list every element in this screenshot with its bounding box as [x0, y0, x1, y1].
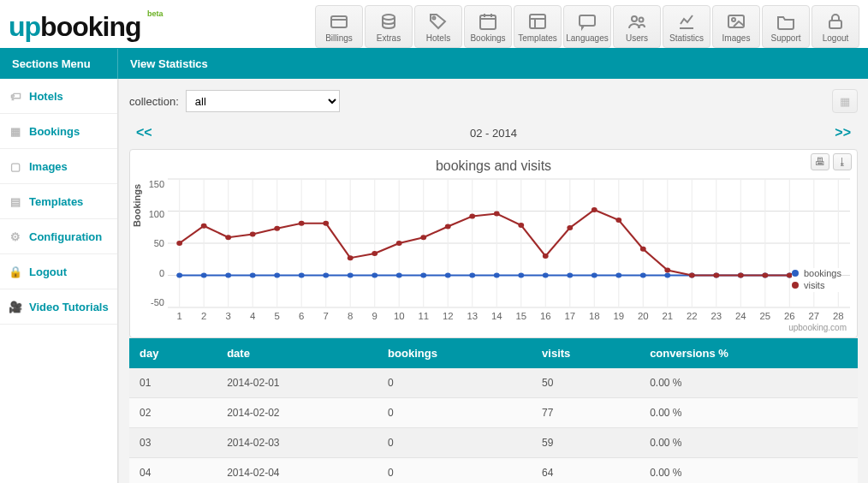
svg-point-128: [689, 273, 695, 278]
svg-point-118: [445, 224, 451, 230]
users-icon: [627, 11, 647, 32]
sidebar-item-bookings[interactable]: ▦Bookings: [0, 114, 117, 149]
table-row: 032014-02-030590.00 %: [129, 428, 858, 458]
sidebar: 🏷Hotels ▦Bookings ▢Images ▤Templates ⚙Co…: [0, 79, 118, 483]
collection-select[interactable]: all: [186, 90, 340, 112]
cell-day: 01: [129, 368, 217, 398]
logo-beta: beta: [147, 9, 163, 18]
svg-text:20: 20: [638, 312, 649, 321]
next-month-button[interactable]: >>: [835, 125, 851, 140]
lock-icon: [825, 11, 846, 32]
svg-text:4: 4: [250, 312, 255, 321]
cell-conv: 0.00 %: [639, 428, 858, 458]
cell-visits: 64: [532, 458, 639, 484]
cell-bookings: 0: [378, 368, 532, 398]
table-row: 042014-02-040640.00 %: [129, 458, 858, 484]
svg-point-90: [445, 273, 451, 278]
chart-panel: 🖶 ⭳ bookings and visits Bookings 1501005…: [129, 149, 858, 338]
toolbar-bookings[interactable]: Bookings: [464, 5, 512, 48]
svg-text:18: 18: [589, 312, 600, 321]
toolbar-images[interactable]: Images: [712, 5, 760, 48]
th-day: day: [129, 338, 217, 368]
svg-point-81: [225, 273, 231, 278]
period-label: 02 - 2014: [470, 127, 517, 140]
cell-day: 03: [129, 428, 217, 458]
toolbar: Billings Extras Hotels Bookings Template…: [315, 5, 859, 48]
svg-text:22: 22: [687, 312, 698, 321]
sidebar-item-images[interactable]: ▢Images: [0, 149, 117, 184]
svg-point-109: [225, 235, 231, 240]
cell-conv: 0.00 %: [639, 398, 858, 428]
credit-card-icon: [329, 11, 349, 32]
svg-text:23: 23: [710, 312, 722, 321]
chart-legend: bookings visits: [792, 268, 841, 292]
coins-icon: [378, 11, 399, 32]
svg-point-97: [615, 273, 621, 278]
svg-text:16: 16: [540, 312, 551, 321]
cell-bookings: 0: [378, 428, 532, 458]
sidebar-item-hotels[interactable]: 🏷Hotels: [0, 79, 117, 114]
sidebar-item-video[interactable]: 🎥Video Tutorials: [0, 289, 117, 325]
svg-rect-8: [530, 15, 545, 28]
toolbar-logout[interactable]: Logout: [812, 5, 859, 48]
tag-icon: [428, 11, 449, 32]
image-icon: ▢: [9, 159, 22, 173]
svg-point-116: [396, 241, 402, 246]
th-conv: conversions %: [639, 338, 858, 368]
svg-text:3: 3: [226, 312, 231, 321]
svg-point-117: [420, 235, 426, 240]
svg-point-96: [592, 273, 597, 278]
svg-point-124: [592, 207, 597, 212]
logo: upbooking beta: [9, 11, 158, 43]
cell-date: 2014-02-02: [217, 398, 378, 428]
svg-point-12: [632, 16, 637, 21]
svg-point-122: [543, 253, 549, 259]
sidebar-item-configuration[interactable]: ⚙Configuration: [0, 219, 117, 254]
grid-toggle-button[interactable]: ▦: [832, 89, 858, 113]
th-visits: visits: [532, 338, 639, 368]
sidebar-item-label: Bookings: [29, 125, 80, 138]
prev-month-button[interactable]: <<: [136, 125, 152, 140]
folder-icon: [776, 11, 796, 32]
sidebar-item-logout[interactable]: 🔒Logout: [0, 254, 117, 289]
svg-text:9: 9: [372, 312, 378, 321]
toolbar-languages[interactable]: Languages: [563, 5, 611, 48]
svg-point-80: [201, 273, 207, 278]
sidebar-item-templates[interactable]: ▤Templates: [0, 184, 117, 219]
svg-point-113: [323, 221, 329, 226]
svg-point-83: [274, 273, 280, 278]
toolbar-templates[interactable]: Templates: [514, 5, 562, 48]
svg-point-16: [732, 18, 735, 21]
toolbar-statistics[interactable]: Statistics: [663, 5, 710, 48]
chart-credit: upbooking.com: [137, 323, 850, 334]
svg-rect-15: [728, 15, 744, 27]
svg-text:21: 21: [662, 312, 673, 321]
cell-visits: 50: [532, 368, 639, 398]
svg-point-2: [383, 15, 395, 20]
svg-point-112: [299, 221, 305, 226]
toolbar-support[interactable]: Support: [762, 5, 810, 48]
collection-filter: collection: all ▦: [129, 89, 858, 113]
svg-rect-17: [829, 21, 841, 28]
svg-point-119: [469, 214, 475, 219]
table-row: 022014-02-020770.00 %: [129, 398, 858, 428]
print-chart-button[interactable]: 🖶: [811, 153, 829, 170]
collection-label: collection:: [129, 95, 179, 108]
svg-text:7: 7: [324, 312, 329, 321]
toolbar-billings[interactable]: Billings: [315, 5, 363, 48]
toolbar-users[interactable]: Users: [613, 5, 661, 48]
svg-text:27: 27: [809, 312, 820, 321]
svg-point-92: [494, 273, 500, 278]
cell-bookings: 0: [378, 458, 532, 484]
svg-text:14: 14: [491, 312, 502, 321]
svg-rect-4: [480, 15, 496, 29]
svg-point-108: [201, 224, 207, 229]
svg-point-94: [543, 273, 549, 278]
legend-dot-bookings: [792, 270, 799, 277]
download-chart-button[interactable]: ⭳: [833, 153, 852, 170]
svg-text:13: 13: [467, 312, 478, 321]
toolbar-extras[interactable]: Extras: [365, 5, 413, 48]
toolbar-hotels[interactable]: Hotels: [414, 5, 462, 48]
svg-point-89: [420, 273, 426, 278]
cell-conv: 0.00 %: [639, 458, 858, 484]
